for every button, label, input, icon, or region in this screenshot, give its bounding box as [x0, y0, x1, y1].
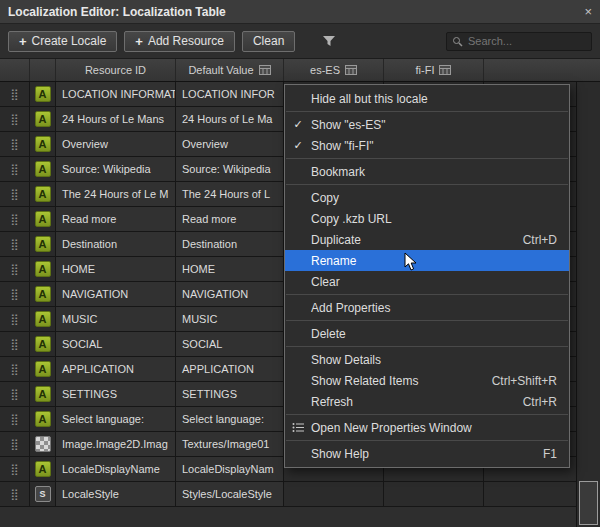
text-resource-icon: A — [35, 386, 51, 402]
resource-id-cell[interactable]: Source: Wikipedia — [56, 157, 176, 182]
default-value-cell[interactable]: HOME — [176, 257, 284, 282]
menu-item-open-new-properties-window[interactable]: Open New Properties Window — [285, 417, 569, 438]
header-locale-fi-fi[interactable]: fi-FI — [384, 59, 484, 81]
row-drag-handle-icon[interactable]: ⣿ — [0, 157, 30, 182]
close-icon[interactable]: × — [584, 5, 592, 18]
row-resource-icon-cell: A — [30, 457, 56, 482]
header-resource-id[interactable]: Resource ID — [56, 59, 176, 81]
menu-item-rename[interactable]: Rename — [285, 250, 569, 271]
resource-id-cell[interactable]: Image.Image2D.Imag — [56, 432, 176, 457]
filter-funnel-icon — [322, 35, 336, 47]
resource-id-cell[interactable]: Destination — [56, 232, 176, 257]
default-value-cell[interactable]: Destination — [176, 232, 284, 257]
resource-id-cell[interactable]: Select language: — [56, 407, 176, 432]
filter-button[interactable] — [322, 35, 336, 47]
menu-item-refresh[interactable]: Refresh Ctrl+R — [285, 391, 569, 412]
menu-item-duplicate[interactable]: Duplicate Ctrl+D — [285, 229, 569, 250]
add-resource-button[interactable]: + Add Resource — [124, 31, 235, 52]
row-drag-handle-icon[interactable]: ⣿ — [0, 107, 30, 132]
row-drag-handle-icon[interactable]: ⣿ — [0, 232, 30, 257]
resource-id-cell[interactable]: LocaleStyle — [56, 482, 176, 507]
default-value-cell[interactable]: SOCIAL — [176, 332, 284, 357]
default-value-cell[interactable]: The 24 Hours of L — [176, 182, 284, 207]
menu-separator — [286, 320, 568, 321]
text-resource-icon: A — [35, 211, 51, 227]
table-header: Resource ID Default Value es-ES fi-FI — [0, 58, 600, 82]
row-drag-handle-icon[interactable]: ⣿ — [0, 207, 30, 232]
row-drag-handle-icon[interactable]: ⣿ — [0, 332, 30, 357]
locale-es-es-cell[interactable] — [284, 482, 384, 507]
row-drag-handle-icon[interactable]: ⣿ — [0, 182, 30, 207]
menu-separator — [286, 294, 568, 295]
scrollbar-thumb[interactable] — [579, 481, 598, 525]
default-value-cell[interactable]: Select language: — [176, 407, 284, 432]
row-drag-handle-icon[interactable]: ⣿ — [0, 457, 30, 482]
search-input[interactable] — [468, 35, 586, 47]
text-resource-icon: A — [35, 136, 51, 152]
default-value-cell[interactable]: APPLICATION — [176, 357, 284, 382]
vertical-scrollbar[interactable] — [576, 82, 600, 527]
menu-item-hide-all-but-this-locale[interactable]: Hide all but this locale — [285, 88, 569, 109]
menu-item-add-properties[interactable]: Add Properties — [285, 297, 569, 318]
row-drag-handle-icon[interactable]: ⣿ — [0, 482, 30, 507]
header-resource-id-label: Resource ID — [85, 64, 146, 76]
create-locale-button[interactable]: + Create Locale — [8, 31, 117, 52]
header-handle-spacer — [0, 59, 30, 81]
default-value-cell[interactable]: MUSIC — [176, 307, 284, 332]
row-resource-icon-cell: A — [30, 357, 56, 382]
default-value-cell[interactable]: NAVIGATION — [176, 282, 284, 307]
row-drag-handle-icon[interactable]: ⣿ — [0, 382, 30, 407]
menu-item-label: Hide all but this locale — [311, 92, 543, 106]
default-value-cell[interactable]: LocaleDisplayNam — [176, 457, 284, 482]
clean-button[interactable]: Clean — [242, 31, 295, 52]
menu-item-copy[interactable]: Copy — [285, 187, 569, 208]
row-resource-icon-cell: A — [30, 382, 56, 407]
menu-item-show-help[interactable]: Show Help F1 — [285, 443, 569, 464]
resource-id-cell[interactable]: Read more — [56, 207, 176, 232]
default-value-cell[interactable]: Overview — [176, 132, 284, 157]
table-row[interactable]: ⣿ S LocaleStyle Styles/LocaleStyle — [0, 482, 600, 507]
resource-id-cell[interactable]: 24 Hours of Le Mans — [56, 107, 176, 132]
row-drag-handle-icon[interactable]: ⣿ — [0, 432, 30, 457]
resource-id-cell[interactable]: MUSIC — [56, 307, 176, 332]
row-drag-handle-icon[interactable]: ⣿ — [0, 132, 30, 157]
menu-item-show-related-items[interactable]: Show Related Items Ctrl+Shift+R — [285, 370, 569, 391]
header-default-value[interactable]: Default Value — [176, 59, 284, 81]
menu-item-copy-kzb-url[interactable]: Copy .kzb URL — [285, 208, 569, 229]
locale-fi-fi-cell[interactable] — [384, 482, 484, 507]
menu-separator — [286, 440, 568, 441]
row-drag-handle-icon[interactable]: ⣿ — [0, 282, 30, 307]
resource-id-cell[interactable]: NAVIGATION — [56, 282, 176, 307]
menu-item-clear[interactable]: Clear — [285, 271, 569, 292]
default-value-cell[interactable]: Read more — [176, 207, 284, 232]
resource-id-cell[interactable]: The 24 Hours of Le M — [56, 182, 176, 207]
menu-item-shortcut: Ctrl+R — [523, 395, 557, 409]
menu-item-delete[interactable]: Delete — [285, 323, 569, 344]
resource-id-cell[interactable]: SETTINGS — [56, 382, 176, 407]
row-drag-handle-icon[interactable]: ⣿ — [0, 257, 30, 282]
menu-item-show-details[interactable]: Show Details — [285, 349, 569, 370]
menu-item-shortcut: F1 — [543, 447, 557, 461]
resource-id-cell[interactable]: SOCIAL — [56, 332, 176, 357]
menu-item-bookmark[interactable]: Bookmark — [285, 161, 569, 182]
default-value-cell[interactable]: Source: Wikipedia — [176, 157, 284, 182]
resource-id-cell[interactable]: HOME — [56, 257, 176, 282]
resource-id-cell[interactable]: LocaleDisplayName — [56, 457, 176, 482]
menu-item-show-es-es[interactable]: ✓ Show "es-ES" — [285, 114, 569, 135]
default-value-cell[interactable]: SETTINGS — [176, 382, 284, 407]
row-drag-handle-icon[interactable]: ⣿ — [0, 82, 30, 107]
header-locale-es-es[interactable]: es-ES — [284, 59, 384, 81]
resource-id-cell[interactable]: Overview — [56, 132, 176, 157]
resource-id-cell[interactable]: LOCATION INFORMAT — [56, 82, 176, 107]
row-drag-handle-icon[interactable]: ⣿ — [0, 357, 30, 382]
menu-item-gutter — [285, 422, 311, 433]
menu-item-show-fi-fi[interactable]: ✓ Show "fi-FI" — [285, 135, 569, 156]
resource-id-cell[interactable]: APPLICATION — [56, 357, 176, 382]
row-drag-handle-icon[interactable]: ⣿ — [0, 307, 30, 332]
default-value-cell[interactable]: LOCATION INFOR — [176, 82, 284, 107]
default-value-cell[interactable]: Styles/LocaleStyle — [176, 482, 284, 507]
default-value-cell[interactable]: 24 Hours of Le Ma — [176, 107, 284, 132]
default-value-cell[interactable]: Textures/Image01 — [176, 432, 284, 457]
row-drag-handle-icon[interactable]: ⣿ — [0, 407, 30, 432]
text-resource-icon: A — [35, 186, 51, 202]
